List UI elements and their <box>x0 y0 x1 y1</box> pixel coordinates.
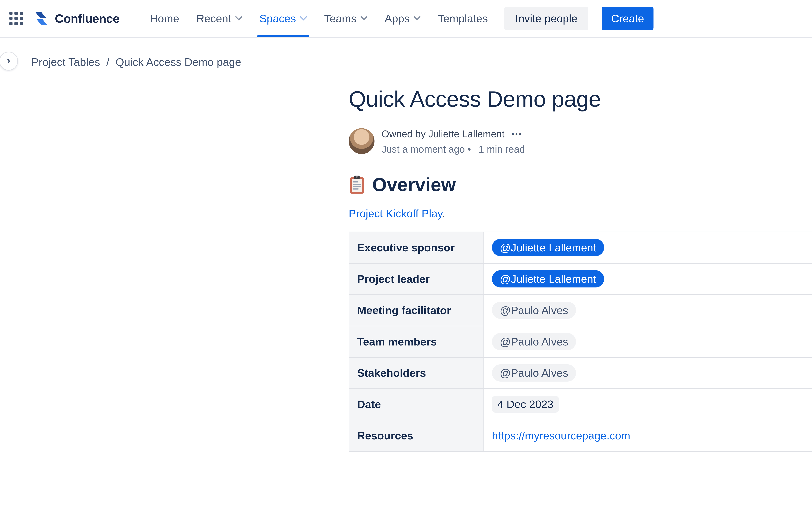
table-row: Date 4 Dec 2023 <box>349 388 812 420</box>
intro-paragraph: Project Kickoff Play. <box>349 207 812 220</box>
user-mention-pill[interactable]: @Paulo Alves <box>492 302 576 319</box>
table-row: Meeting facilitator @Paulo Alves <box>349 295 812 326</box>
table-row: Project leader @Juliette Lallement <box>349 263 812 295</box>
invite-people-button[interactable]: Invite people <box>504 7 588 30</box>
top-navigation-bar: Confluence Home Recent Spaces Teams Apps <box>0 0 812 38</box>
breadcrumb-separator: / <box>106 56 110 68</box>
primary-nav: Home Recent Spaces Teams Apps Templates <box>141 0 496 37</box>
clipboard-icon <box>349 175 365 194</box>
product-name: Confluence <box>55 11 119 26</box>
row-label: Resources <box>349 420 484 451</box>
breadcrumb: Project Tables / Quick Access Demo page <box>31 56 241 68</box>
byline: Owned by Juliette Lallement ••• Just a m… <box>349 128 812 155</box>
page-content: Quick Access Demo page Owned by Juliette… <box>349 86 812 452</box>
owner-avatar[interactable] <box>349 128 375 154</box>
section-heading: Overview <box>349 174 812 195</box>
date-chip[interactable]: 4 Dec 2023 <box>492 396 559 412</box>
breadcrumb-page-link[interactable]: Quick Access Demo page <box>116 56 241 68</box>
row-label: Stakeholders <box>349 357 484 389</box>
row-label: Team members <box>349 326 484 357</box>
chevron-right-icon: › <box>7 54 10 66</box>
user-mention-pill[interactable]: @Juliette Lallement <box>492 239 604 256</box>
create-button[interactable]: Create <box>602 7 653 30</box>
page-meta: Just a moment ago • 1 min read <box>382 143 525 155</box>
chevron-down-icon <box>414 16 420 21</box>
nav-item-recent[interactable]: Recent <box>188 0 251 37</box>
row-label: Date <box>349 388 484 420</box>
user-mention-pill[interactable]: @Juliette Lallement <box>492 270 604 288</box>
confluence-logo[interactable]: Confluence <box>33 10 119 27</box>
row-label: Executive sponsor <box>349 232 484 263</box>
table-row: Resources https://myresourcepage.com <box>349 420 812 451</box>
table-row: Stakeholders @Paulo Alves <box>349 357 812 389</box>
nav-item-home[interactable]: Home <box>141 0 188 37</box>
table-row: Executive sponsor @Juliette Lallement <box>349 232 812 263</box>
row-label: Project leader <box>349 263 484 295</box>
chevron-down-icon <box>235 16 242 21</box>
nav-item-apps[interactable]: Apps <box>376 0 429 37</box>
nav-item-templates[interactable]: Templates <box>429 0 496 37</box>
row-label: Meeting facilitator <box>349 295 484 326</box>
expand-sidebar-button[interactable]: › <box>0 52 18 71</box>
table-row: Team members @Paulo Alves <box>349 326 812 357</box>
collapsed-sidebar-rail <box>9 38 9 514</box>
confluence-app-window: Confluence Home Recent Spaces Teams Apps <box>0 0 812 514</box>
project-details-table: Executive sponsor @Juliette Lallement Pr… <box>349 232 812 452</box>
owner-label: Owned by Juliette Lallement <box>382 128 504 140</box>
page-title: Quick Access Demo page <box>349 86 812 112</box>
app-switcher-icon[interactable] <box>9 12 23 25</box>
project-kickoff-play-link[interactable]: Project Kickoff Play <box>349 207 442 220</box>
chevron-down-icon <box>360 16 367 21</box>
breadcrumb-space-link[interactable]: Project Tables <box>31 56 100 68</box>
resource-link[interactable]: https://myresourcepage.com <box>492 430 630 442</box>
user-mention-pill[interactable]: @Paulo Alves <box>492 364 576 382</box>
nav-item-teams[interactable]: Teams <box>316 0 376 37</box>
confluence-logo-icon <box>33 10 49 27</box>
user-mention-pill[interactable]: @Paulo Alves <box>492 333 576 350</box>
chevron-down-icon <box>300 16 307 21</box>
nav-item-spaces[interactable]: Spaces <box>251 0 316 37</box>
owner-more-button[interactable]: ••• <box>512 130 522 138</box>
